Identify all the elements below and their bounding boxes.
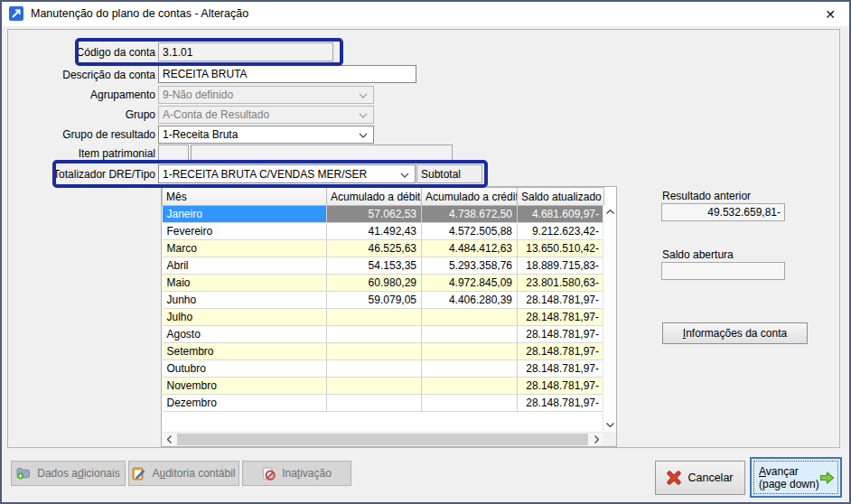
table-row[interactable]: Julho28.148.781,97- [163, 309, 604, 326]
cell-debito [327, 309, 422, 326]
informacoes-da-conta-button[interactable]: Informações da conta [662, 322, 808, 344]
grupo-select: A-Conta de Resultado [158, 106, 374, 124]
table-row[interactable]: Setembro28.148.781,97- [163, 343, 604, 360]
cell-mes: Agosto [163, 326, 327, 343]
totalizador-select[interactable]: 1-RECEITA BRUTA C/VENDAS MER/SER [158, 164, 416, 183]
cell-debito [327, 395, 422, 412]
title-bar: Manutenção do plano de contas - Alteraçã… [2, 2, 849, 26]
column-header-credito[interactable]: Acumulado a crédito [422, 188, 518, 206]
clipboard-pencil-icon [132, 467, 145, 481]
table-row[interactable]: Abril54.153,355.293.358,7618.889.715,83- [163, 257, 604, 275]
table-row[interactable]: Outubro28.148.781,97- [163, 360, 604, 378]
table-row[interactable]: Fevereiro41.492,434.572.505,889.212.623,… [163, 223, 604, 240]
cell-mes: Outubro [163, 360, 327, 378]
scroll-right-icon[interactable] [589, 433, 603, 446]
table-row[interactable]: Maio60.980,294.972.845,0923.801.580,63- [163, 275, 604, 292]
avancar-sublabel: (page down) [759, 478, 819, 490]
scroll-down-icon[interactable] [603, 418, 617, 432]
cell-saldo: 4.681.609,97- [518, 206, 604, 223]
table-header-row: Mês Acumulado a débito Acumulado a crédi… [163, 188, 604, 206]
cell-debito [327, 378, 422, 395]
horizontal-scrollbar[interactable] [162, 432, 603, 446]
months-grid: Mês Acumulado a débito Acumulado a crédi… [161, 186, 617, 447]
cell-saldo: 23.801.580,63- [518, 275, 604, 292]
cell-debito: 60.980,29 [327, 275, 422, 292]
column-header-mes[interactable]: Mês [163, 188, 327, 206]
prohibition-icon [262, 467, 276, 481]
cell-mes: Novembro [163, 378, 327, 395]
cell-debito: 59.079,05 [327, 292, 422, 309]
cell-mes: Marco [163, 240, 327, 257]
cell-credito [422, 395, 518, 412]
table-row[interactable]: Marco46.525,634.484.412,6313.650.510,42- [163, 240, 604, 257]
table-row[interactable]: Janeiro57.062,534.738.672,504.681.609,97… [163, 206, 604, 223]
item-patrimonial-code-field[interactable] [158, 145, 189, 162]
cell-saldo: 28.148.781,97- [518, 343, 604, 360]
scroll-left-icon[interactable] [162, 433, 176, 446]
cell-mes: Janeiro [163, 206, 327, 223]
chevron-down-icon [359, 108, 368, 121]
red-x-icon [667, 471, 681, 485]
cell-debito: 41.492,43 [327, 223, 422, 240]
resultado-anterior-field: 49.532.659,81- [661, 203, 785, 221]
chevron-down-icon [359, 89, 368, 101]
cell-credito [422, 378, 518, 395]
scroll-up-icon[interactable] [603, 205, 617, 219]
resultado-anterior-label: Resultado anterior [662, 190, 751, 202]
item-patrimonial-desc-field[interactable] [191, 145, 453, 162]
descricao-label: Descrição da conta [11, 69, 155, 82]
cancelar-label: Cancelar [687, 471, 733, 484]
vertical-scrollbar[interactable] [603, 205, 616, 432]
agrupamento-select: 9-Não definido [158, 86, 374, 104]
green-arrow-right-icon [819, 471, 835, 485]
grupo-label: Grupo [11, 108, 155, 122]
cell-debito [327, 360, 422, 378]
item-patrimonial-label: Item patrimonial [11, 147, 155, 161]
cell-mes: Julho [163, 309, 327, 326]
table-row[interactable]: Agosto28.148.781,97- [163, 326, 604, 343]
codigo-label: Código da conta [11, 46, 155, 60]
cell-mes: Maio [163, 275, 327, 292]
table-row[interactable]: Dezembro28.148.781,97- [163, 395, 604, 412]
folder-plus-icon [16, 467, 31, 480]
table-row[interactable]: Novembro28.148.781,97- [163, 378, 604, 395]
inativacao-button[interactable]: Inativação [242, 461, 351, 486]
saldo-abertura-field[interactable] [661, 262, 785, 280]
close-icon[interactable]: ✕ [811, 2, 849, 26]
cell-debito: 54.153,35 [327, 257, 422, 275]
cell-mes: Fevereiro [163, 223, 327, 240]
cell-credito [422, 343, 518, 360]
cell-credito [422, 326, 518, 343]
cancelar-button[interactable]: Cancelar [655, 461, 745, 495]
cell-credito: 4.406.280,39 [422, 292, 518, 309]
grupo-resultado-select[interactable]: 1-Receita Bruta [158, 126, 374, 144]
codigo-field[interactable]: 3.1.01 [158, 42, 333, 61]
totalizador-tipo-field: Subtotal [416, 164, 482, 183]
dados-adicionais-button[interactable]: Dados adicionais [11, 461, 126, 486]
avancar-button[interactable]: Avançar (page down) [750, 457, 842, 498]
inativacao-label: Inativação [282, 467, 332, 480]
cell-credito: 4.972.845,09 [422, 275, 518, 292]
cell-debito: 46.525,63 [327, 240, 422, 257]
cell-saldo: 18.889.715,83- [518, 257, 604, 275]
chevron-down-icon [359, 128, 368, 141]
auditoria-contabil-button[interactable]: Auditoria contábil [128, 461, 239, 486]
cell-saldo: 13.650.510,42- [518, 240, 604, 257]
cell-debito [327, 343, 422, 360]
horizontal-scroll-thumb[interactable] [177, 434, 588, 445]
scrollbar-corner [603, 432, 616, 446]
avancar-label: Avançar [759, 465, 819, 478]
chevron-down-icon [400, 168, 409, 181]
cell-mes: Junho [163, 292, 327, 309]
column-header-debito[interactable]: Acumulado a débito [327, 188, 422, 206]
column-header-saldo[interactable]: Saldo atualizado [518, 188, 604, 206]
saldo-abertura-label: Saldo abertura [662, 248, 734, 261]
auditoria-contabil-label: Auditoria contábil [152, 467, 235, 480]
cell-saldo: 28.148.781,97- [518, 309, 604, 326]
dialog-window: Manutenção do plano de contas - Alteraçã… [0, 0, 851, 504]
grupo-value: A-Conta de Resultado [163, 108, 269, 121]
totalizador-value: 1-RECEITA BRUTA C/VENDAS MER/SER [163, 168, 367, 181]
table-row[interactable]: Junho59.079,054.406.280,3928.148.781,97- [163, 292, 604, 309]
descricao-field[interactable]: RECEITA BRUTA [158, 65, 416, 83]
window-title: Manutenção do plano de contas - Alteraçã… [31, 2, 248, 26]
